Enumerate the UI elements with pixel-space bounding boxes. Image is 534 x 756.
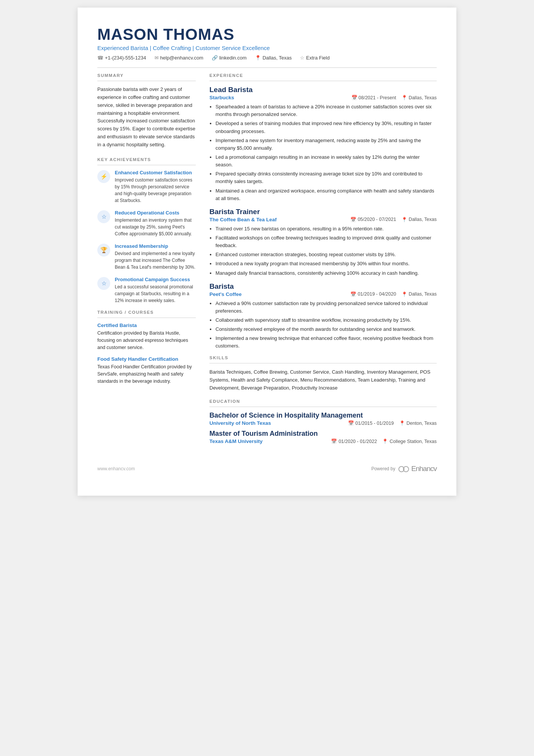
bullet-0-1: Developed a series of training modules t… (215, 120, 437, 135)
achievement-desc-2: Devised and implemented a new loyalty pr… (115, 250, 196, 271)
bullet-2-0: Achieved a 90% customer satisfaction rat… (215, 300, 437, 315)
achievement-content-1: Reduced Operational Costs Implemented an… (115, 210, 196, 237)
footer-brand: Powered by Enhancv (371, 465, 437, 473)
footer-website: www.enhancv.com (97, 466, 135, 471)
skills-section: SKILLS Barista Techniques, Coffee Brewin… (209, 355, 437, 392)
achievements-label: KEY ACHIEVEMENTS (97, 157, 196, 162)
job-company-0: Starbucks (209, 95, 234, 100)
achievement-item-1: ☆ Reduced Operational Costs Implemented … (97, 210, 196, 237)
pin-icon-1: 📍 (401, 217, 408, 222)
achievement-title-1: Reduced Operational Costs (115, 210, 196, 216)
degree-0: Bachelor of Science in Hospitality Manag… (209, 412, 437, 426)
edu-location-1: 📍 College Station, Texas (382, 438, 437, 444)
job-bullets-2: Achieved a 90% customer satisfaction rat… (215, 300, 437, 350)
achievement-title-2: Increased Membership (115, 243, 196, 249)
edu-school-row-1: Texas A&M University 📅 01/2020 - 01/2022… (209, 438, 437, 444)
job-title-1: Barista Trainer (209, 208, 437, 216)
bullet-0-3: Led a promotional campaign resulting in … (215, 153, 437, 169)
achievement-desc-3: Led a successful seasonal promotional ca… (115, 283, 196, 304)
right-column: EXPERIENCE Lead Barista Starbucks 📅 08/2… (209, 73, 437, 448)
job-dates-2: 📅 01/2019 - 04/2020 (350, 291, 396, 297)
achievement-icon-1: ☆ (97, 210, 110, 223)
edu-pin-icon-1: 📍 (382, 439, 388, 444)
training-divider (97, 318, 196, 318)
education-divider (209, 407, 437, 407)
training-section: TRAINING / COURSES Certified Barista Cer… (97, 310, 196, 385)
enhancv-logo: Enhancv (398, 465, 437, 473)
job-company-1: The Coffee Bean & Tea Leaf (209, 217, 277, 222)
job-company-row-1: The Coffee Bean & Tea Leaf 📅 05/2020 - 0… (209, 217, 437, 222)
pin-icon-0: 📍 (401, 95, 408, 100)
bullet-0-4: Prepared specialty drinks consistently i… (215, 170, 437, 185)
linkedin-icon: 🔗 (212, 55, 218, 61)
powered-by-label: Powered by (371, 466, 395, 471)
course-item-0: Certified Barista Certification provided… (97, 322, 196, 352)
achievement-desc-1: Implemented an inventory system that cut… (115, 217, 196, 237)
contact-bar: ☎ +1-(234)-555-1234 ✉ help@enhancv.com 🔗… (97, 55, 437, 61)
course-item-1: Food Safety Handler Certification Texas … (97, 356, 196, 385)
edu-degree-1: Master of Tourism Administration (209, 430, 437, 438)
contact-phone: ☎ +1-(234)-555-1234 (97, 55, 146, 61)
edu-calendar-icon-1: 📅 (331, 439, 337, 444)
bullet-2-3: Implemented a new brewing technique that… (215, 335, 437, 350)
edu-meta-1: 📅 01/2020 - 01/2022 📍 College Station, T… (331, 438, 437, 444)
contact-linkedin: 🔗 linkedin.com (212, 55, 247, 61)
header-divider (97, 67, 437, 68)
achievement-content-3: Promotional Campaign Success Led a succe… (115, 277, 196, 304)
job-dates-0: 📅 08/2021 - Present (351, 95, 396, 100)
job-2: Barista Peet's Coffee 📅 01/2019 - 04/202… (209, 282, 437, 350)
skills-label: SKILLS (209, 355, 437, 360)
bullet-1-1: Facilitated workshops on coffee brewing … (215, 234, 437, 249)
main-content: SUMMARY Passionate barista with over 2 y… (97, 73, 437, 448)
course-title-1: Food Safety Handler Certification (97, 356, 196, 362)
job-company-2: Peet's Coffee (209, 291, 242, 297)
summary-divider (97, 81, 196, 81)
edu-school-row-0: University of North Texas 📅 01/2015 - 01… (209, 420, 437, 426)
achievement-content-0: Enhanced Customer Satisfaction Improved … (115, 170, 196, 204)
bullet-0-5: Maintained a clean and organized workspa… (215, 187, 437, 202)
phone-icon: ☎ (97, 55, 103, 61)
achievement-icon-3: ☆ (97, 277, 110, 290)
achievements-divider (97, 165, 196, 165)
training-label: TRAINING / COURSES (97, 310, 196, 315)
achievement-content-2: Increased Membership Devised and impleme… (115, 243, 196, 271)
header: MASON THOMAS Experienced Barista | Coffe… (97, 26, 437, 61)
job-title-0: Lead Barista (209, 86, 437, 94)
course-desc-0: Certification provided by Barista Hustle… (97, 330, 196, 352)
degree-1: Master of Tourism Administration Texas A… (209, 430, 437, 444)
job-meta-2: 📅 01/2019 - 04/2020 📍 Dallas, Texas (350, 291, 437, 297)
job-meta-0: 📅 08/2021 - Present 📍 Dallas, Texas (351, 95, 437, 100)
bullet-0-0: Spearheaded a team of baristas to achiev… (215, 103, 437, 118)
edu-degree-0: Bachelor of Science in Hospitality Manag… (209, 412, 437, 419)
calendar-icon-1: 📅 (350, 217, 356, 222)
summary-section: SUMMARY Passionate barista with over 2 y… (97, 73, 196, 149)
edu-calendar-icon-0: 📅 (348, 421, 354, 426)
summary-label: SUMMARY (97, 73, 196, 78)
experience-section: EXPERIENCE Lead Barista Starbucks 📅 08/2… (209, 73, 437, 444)
calendar-icon-0: 📅 (351, 95, 358, 100)
edu-location-0: 📍 Denton, Texas (399, 420, 437, 426)
candidate-tagline: Experienced Barista | Coffee Crafting | … (97, 45, 437, 51)
course-title-0: Certified Barista (97, 322, 196, 328)
edu-pin-icon-0: 📍 (399, 421, 405, 426)
bullet-2-2: Consistently received employee of the mo… (215, 326, 437, 333)
summary-text: Passionate barista with over 2 years of … (97, 86, 196, 149)
page-footer: www.enhancv.com Powered by Enhancv (97, 462, 437, 473)
achievement-title-0: Enhanced Customer Satisfaction (115, 170, 196, 175)
bullet-2-1: Collaborated with supervisory staff to s… (215, 316, 437, 324)
achievements-section: KEY ACHIEVEMENTS ⚡ Enhanced Customer Sat… (97, 157, 196, 304)
achievement-desc-0: Improved customer satisfaction scores by… (115, 177, 196, 204)
achievement-icon-2: 🏆 (97, 244, 110, 257)
job-bullets-1: Trained over 15 new baristas on operatio… (215, 225, 437, 277)
bullet-0-2: Implemented a new system for inventory m… (215, 137, 437, 152)
job-company-row-2: Peet's Coffee 📅 01/2019 - 04/2020 📍 Dall… (209, 291, 437, 297)
contact-location: 📍 Dallas, Texas (255, 55, 292, 61)
job-meta-1: 📅 05/2020 - 07/2021 📍 Dallas, Texas (350, 217, 437, 222)
skills-text: Barista Techniques, Coffee Brewing, Cust… (209, 368, 437, 392)
email-icon: ✉ (155, 55, 159, 61)
achievement-item-0: ⚡ Enhanced Customer Satisfaction Improve… (97, 170, 196, 204)
job-1: Barista Trainer The Coffee Bean & Tea Le… (209, 208, 437, 277)
achievement-item-3: ☆ Promotional Campaign Success Led a suc… (97, 277, 196, 304)
edu-school-1: Texas A&M University (209, 438, 262, 444)
contact-extra: ☆ Extra Field (300, 55, 329, 61)
